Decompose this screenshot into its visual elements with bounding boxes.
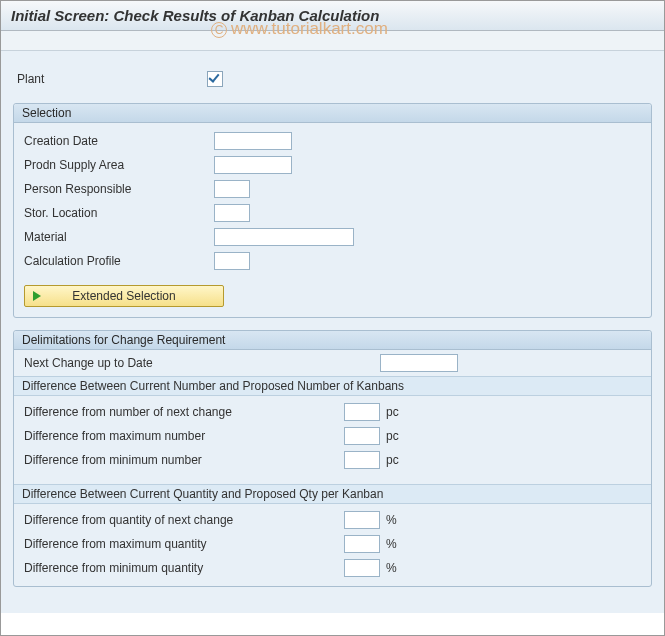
- material-input[interactable]: [214, 228, 354, 246]
- calculation-profile-label: Calculation Profile: [24, 254, 214, 268]
- calculation-profile-row: Calculation Profile: [24, 249, 641, 273]
- num-max-unit: pc: [386, 429, 399, 443]
- plant-checkbox[interactable]: [207, 71, 223, 87]
- person-responsible-input[interactable]: [214, 180, 250, 198]
- qty-min-row: Difference from minimum quantity %: [24, 556, 641, 580]
- qty-min-unit: %: [386, 561, 397, 575]
- num-section-title: Difference Between Current Number and Pr…: [14, 376, 651, 396]
- num-next-change-row: Difference from number of next change pc: [24, 400, 641, 424]
- prodn-supply-area-input[interactable]: [214, 156, 292, 174]
- creation-date-input[interactable]: [214, 132, 292, 150]
- qty-section-title: Difference Between Current Quantity and …: [14, 484, 651, 504]
- num-max-input[interactable]: [344, 427, 380, 445]
- creation-date-label: Creation Date: [24, 134, 214, 148]
- qty-next-change-row: Difference from quantity of next change …: [24, 508, 641, 532]
- material-row: Material: [24, 225, 641, 249]
- num-min-unit: pc: [386, 453, 399, 467]
- qty-next-change-input[interactable]: [344, 511, 380, 529]
- plant-row: Plant: [13, 61, 652, 103]
- num-next-change-input[interactable]: [344, 403, 380, 421]
- creation-date-row: Creation Date: [24, 129, 641, 153]
- num-next-change-label: Difference from number of next change: [24, 405, 344, 419]
- num-min-row: Difference from minimum number pc: [24, 448, 641, 472]
- next-change-label: Next Change up to Date: [24, 356, 380, 370]
- prodn-supply-area-row: Prodn Supply Area: [24, 153, 641, 177]
- next-change-row: Next Change up to Date: [14, 350, 651, 376]
- arrow-right-icon: [33, 291, 41, 301]
- qty-max-input[interactable]: [344, 535, 380, 553]
- calculation-profile-input[interactable]: [214, 252, 250, 270]
- qty-max-unit: %: [386, 537, 397, 551]
- delimitations-group-title: Delimitations for Change Requirement: [14, 331, 651, 350]
- content-area: Plant Selection Creation Date Prodn Supp…: [1, 51, 664, 613]
- plant-label: Plant: [17, 72, 207, 86]
- qty-max-row: Difference from maximum quantity %: [24, 532, 641, 556]
- selection-group-body: Creation Date Prodn Supply Area Person R…: [14, 123, 651, 317]
- prodn-supply-area-label: Prodn Supply Area: [24, 158, 214, 172]
- app-window: Initial Screen: Check Results of Kanban …: [0, 0, 665, 636]
- person-responsible-row: Person Responsible: [24, 177, 641, 201]
- qty-next-change-label: Difference from quantity of next change: [24, 513, 344, 527]
- selection-group-title: Selection: [14, 104, 651, 123]
- extended-selection-label: Extended Selection: [72, 289, 175, 303]
- page-title: Initial Screen: Check Results of Kanban …: [1, 1, 664, 31]
- stor-location-input[interactable]: [214, 204, 250, 222]
- material-label: Material: [24, 230, 214, 244]
- toolbar-placeholder: [1, 31, 664, 51]
- next-change-input[interactable]: [380, 354, 458, 372]
- qty-max-label: Difference from maximum quantity: [24, 537, 344, 551]
- qty-section-body: Difference from quantity of next change …: [14, 504, 651, 586]
- num-min-label: Difference from minimum number: [24, 453, 344, 467]
- qty-next-change-unit: %: [386, 513, 397, 527]
- person-responsible-label: Person Responsible: [24, 182, 214, 196]
- num-next-change-unit: pc: [386, 405, 399, 419]
- num-max-label: Difference from maximum number: [24, 429, 344, 443]
- qty-min-input[interactable]: [344, 559, 380, 577]
- stor-location-row: Stor. Location: [24, 201, 641, 225]
- extended-selection-button[interactable]: Extended Selection: [24, 285, 224, 307]
- selection-group: Selection Creation Date Prodn Supply Are…: [13, 103, 652, 318]
- stor-location-label: Stor. Location: [24, 206, 214, 220]
- num-section-body: Difference from number of next change pc…: [14, 396, 651, 478]
- num-min-input[interactable]: [344, 451, 380, 469]
- num-max-row: Difference from maximum number pc: [24, 424, 641, 448]
- delimitations-group: Delimitations for Change Requirement Nex…: [13, 330, 652, 587]
- qty-min-label: Difference from minimum quantity: [24, 561, 344, 575]
